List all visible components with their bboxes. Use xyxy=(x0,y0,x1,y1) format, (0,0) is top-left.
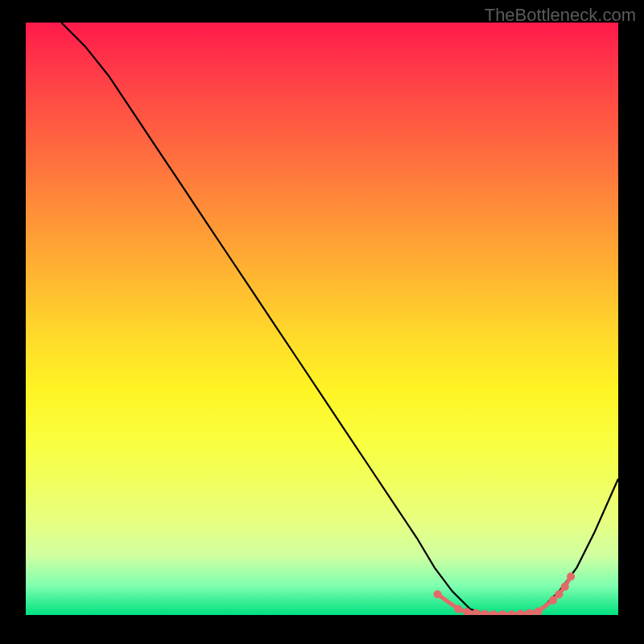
highlight-dot xyxy=(517,610,525,616)
highlight-dot xyxy=(567,572,575,580)
highlight-dot xyxy=(561,583,569,591)
highlight-dot xyxy=(454,605,462,613)
highlight-dot xyxy=(499,610,507,615)
highlight-dot xyxy=(549,597,557,605)
highlight-dot xyxy=(481,610,489,616)
chart-svg xyxy=(26,23,618,615)
highlight-dot xyxy=(434,590,442,598)
plot-area xyxy=(26,23,618,615)
main-curve xyxy=(61,23,618,615)
highlight-dot xyxy=(555,590,563,598)
highlight-dot xyxy=(508,610,516,615)
highlight-dot xyxy=(526,609,534,615)
highlight-dot xyxy=(489,610,497,615)
